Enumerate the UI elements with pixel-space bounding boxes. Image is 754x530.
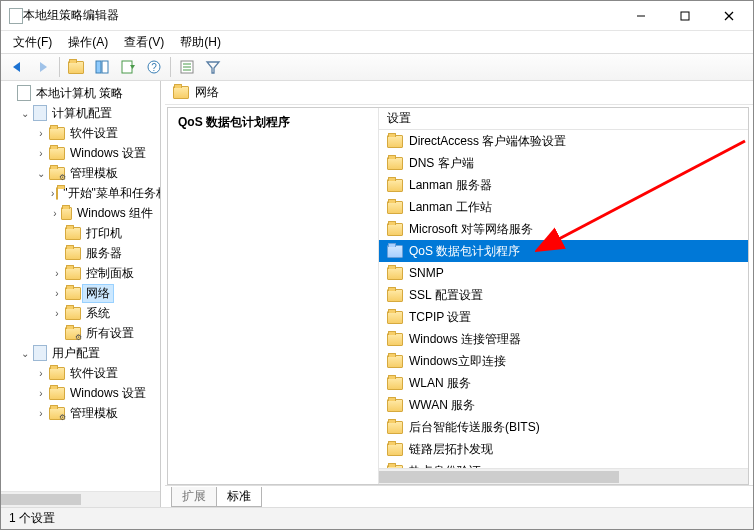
- chevron-right-icon[interactable]: ›: [51, 287, 63, 299]
- chevron-down-icon[interactable]: ⌄: [19, 347, 31, 359]
- list-item[interactable]: SSL 配置设置: [379, 284, 748, 306]
- chevron-right-icon[interactable]: ›: [35, 407, 47, 419]
- chevron-right-icon[interactable]: ›: [51, 267, 63, 279]
- list-item[interactable]: Windows立即连接: [379, 350, 748, 372]
- list-item[interactable]: Windows 连接管理器: [379, 328, 748, 350]
- maximize-button[interactable]: [663, 1, 707, 30]
- tree-label: 本地计算机 策略: [33, 85, 126, 102]
- list-item[interactable]: WWAN 服务: [379, 394, 748, 416]
- folder-icon: [387, 421, 403, 434]
- grid-list[interactable]: DirectAccess 客户端体验设置DNS 客户端Lanman 服务器Lan…: [379, 130, 748, 468]
- tree-control-panel[interactable]: ›控制面板: [51, 263, 160, 283]
- folder-gear-icon: [65, 327, 81, 340]
- tab-extended[interactable]: 扩展: [171, 487, 217, 507]
- app-icon: [9, 8, 23, 24]
- folder-icon: [65, 247, 81, 260]
- tree-user-software[interactable]: ›软件设置: [35, 363, 160, 383]
- computer-icon: [33, 105, 47, 121]
- list-item[interactable]: 后台智能传送服务(BITS): [379, 416, 748, 438]
- horizontal-scrollbar[interactable]: [379, 468, 748, 484]
- chevron-right-icon[interactable]: ›: [35, 127, 47, 139]
- folder-up-icon: [68, 61, 84, 74]
- folder-icon: [49, 367, 65, 380]
- list-item-label: SNMP: [409, 266, 444, 280]
- up-button[interactable]: [64, 55, 88, 79]
- folder-icon: [387, 201, 403, 214]
- list-item[interactable]: Lanman 工作站: [379, 196, 748, 218]
- list-item[interactable]: WLAN 服务: [379, 372, 748, 394]
- list-item[interactable]: 热点身份验证: [379, 460, 748, 468]
- list-item-label: DNS 客户端: [409, 155, 474, 172]
- tree-windows-components[interactable]: ›Windows 组件: [51, 203, 160, 223]
- tree-comp-windows[interactable]: ›Windows 设置: [35, 143, 160, 163]
- tree-start-menu[interactable]: ›"开始"菜单和任务栏: [51, 183, 160, 203]
- chevron-right-icon[interactable]: ›: [51, 187, 54, 199]
- tree-all-settings[interactable]: 所有设置: [51, 323, 160, 343]
- menu-view[interactable]: 查看(V): [116, 32, 172, 53]
- description-column: QoS 数据包计划程序: [168, 108, 378, 484]
- list-item[interactable]: DirectAccess 客户端体验设置: [379, 130, 748, 152]
- folder-icon: [49, 127, 65, 140]
- selected-description: QoS 数据包计划程序: [178, 115, 290, 129]
- export-list-button[interactable]: [116, 55, 140, 79]
- list-item[interactable]: TCPIP 设置: [379, 306, 748, 328]
- chevron-down-icon[interactable]: ⌄: [19, 107, 31, 119]
- properties-button[interactable]: [175, 55, 199, 79]
- tree-user-admin-templates[interactable]: ›管理模板: [35, 403, 160, 423]
- tree-network[interactable]: ›网络: [51, 283, 160, 303]
- menu-file[interactable]: 文件(F): [5, 32, 60, 53]
- tab-standard[interactable]: 标准: [216, 487, 262, 507]
- tree-comp-software[interactable]: ›软件设置: [35, 123, 160, 143]
- svg-marker-16: [207, 62, 219, 73]
- tree-label: 系统: [83, 305, 113, 322]
- menu-action[interactable]: 操作(A): [60, 32, 116, 53]
- toolbar: ?: [1, 53, 753, 81]
- tree-admin-templates[interactable]: ⌄管理模板: [35, 163, 160, 183]
- menu-help[interactable]: 帮助(H): [172, 32, 229, 53]
- grid-header[interactable]: 设置: [379, 108, 748, 130]
- tree-printers[interactable]: 打印机: [51, 223, 160, 243]
- list-item-label: WLAN 服务: [409, 375, 471, 392]
- tree-user-config[interactable]: ⌄用户配置: [19, 343, 160, 363]
- list-item-label: DirectAccess 客户端体验设置: [409, 133, 566, 150]
- folder-icon: [387, 267, 403, 280]
- help-button[interactable]: ?: [142, 55, 166, 79]
- content-pane: 网络 QoS 数据包计划程序 设置 DirectAccess 客户端体验设置DN…: [165, 81, 753, 507]
- chevron-right-icon[interactable]: ›: [35, 367, 47, 379]
- tree-label: 打印机: [83, 225, 125, 242]
- folder-gear-icon: [49, 407, 65, 420]
- minimize-button[interactable]: [619, 1, 663, 30]
- tree-label: Windows 组件: [74, 205, 156, 222]
- chevron-right-icon[interactable]: ›: [35, 147, 47, 159]
- tree-server[interactable]: 服务器: [51, 243, 160, 263]
- list-item[interactable]: Lanman 服务器: [379, 174, 748, 196]
- list-item[interactable]: QoS 数据包计划程序: [379, 240, 748, 262]
- close-button[interactable]: [707, 1, 751, 30]
- tree-horizontal-scrollbar[interactable]: [1, 491, 160, 507]
- column-header-setting: 设置: [387, 110, 411, 127]
- list-item-label: Windows立即连接: [409, 353, 506, 370]
- folder-gear-icon: [49, 167, 65, 180]
- show-hide-tree-button[interactable]: [90, 55, 114, 79]
- tree-label: 用户配置: [49, 345, 103, 362]
- chevron-right-icon[interactable]: ›: [51, 207, 59, 219]
- tree-label: 软件设置: [67, 125, 121, 142]
- list-item[interactable]: SNMP: [379, 262, 748, 284]
- tree-label: Windows 设置: [67, 385, 149, 402]
- tree-user-windows[interactable]: ›Windows 设置: [35, 383, 160, 403]
- list-item[interactable]: 链路层拓扑发现: [379, 438, 748, 460]
- back-button[interactable]: [5, 55, 29, 79]
- policy-tree: 本地计算机 策略 ⌄ 计算机配置 ›软件设置 ›Windows 设置: [1, 83, 160, 423]
- chevron-down-icon[interactable]: ⌄: [35, 167, 47, 179]
- tree-pane[interactable]: 本地计算机 策略 ⌄ 计算机配置 ›软件设置 ›Windows 设置: [1, 81, 161, 507]
- chevron-right-icon[interactable]: ›: [51, 307, 63, 319]
- filter-button[interactable]: [201, 55, 225, 79]
- tree-computer-config[interactable]: ⌄ 计算机配置: [19, 103, 160, 123]
- tree-system[interactable]: ›系统: [51, 303, 160, 323]
- chevron-right-icon[interactable]: ›: [35, 387, 47, 399]
- list-item[interactable]: DNS 客户端: [379, 152, 748, 174]
- forward-button[interactable]: [31, 55, 55, 79]
- tree-root[interactable]: 本地计算机 策略: [3, 83, 160, 103]
- list-item[interactable]: Microsoft 对等网络服务: [379, 218, 748, 240]
- folder-icon: [387, 399, 403, 412]
